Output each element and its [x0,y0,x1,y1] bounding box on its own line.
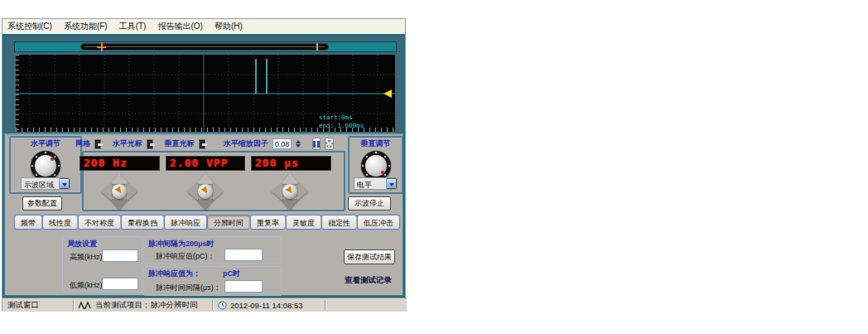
vertical-adjust-title: 垂直调节 [350,138,402,149]
pulse-response-group: 脉冲响应值为： pC时 脉冲时间间隔(μs)： [143,266,282,296]
vertical-adjust-knob[interactable] [361,151,391,181]
amplitude-display: 2.00 VPP [166,156,245,171]
test-item-tabs: 频带 线性度 不对称度 量程换挡 脉冲响应 分辨时间 重复率 灵敏度 稳定性 低… [14,215,393,231]
menu-help[interactable]: 帮助(H) [215,21,243,32]
h-zoom-label: 水平缩放因子 [224,138,268,149]
amplitude-arrow-pad[interactable] [187,173,224,210]
arrow-down-icon[interactable] [110,199,128,210]
pulse-response-value-label: 脉冲响应值(pC)： [156,251,215,262]
h-zoom-spinner[interactable] [296,138,301,149]
pad-center-button[interactable] [282,184,297,199]
menu-report-output[interactable]: 报告输出(O) [157,21,202,32]
pulse-time-interval-input[interactable] [224,280,263,293]
menu-system-function[interactable]: 系统功能(F) [64,21,108,32]
grid-toggle[interactable] [94,139,101,149]
interval-arrow-pad[interactable] [272,173,308,210]
pulse-response-title-suffix: pC时 [223,269,240,279]
arrow-right-icon[interactable] [127,182,137,201]
oscilloscope-display[interactable]: start:0ms end: 1.600ms [16,55,395,132]
pd-settings-group: 局放设置 高频(kHz) 低频(kHz) [62,236,142,292]
tab-stability[interactable]: 稳定性 [321,215,357,230]
status-window-label-cell: 测试窗口 [2,300,74,311]
horizontal-adjust-knob[interactable] [31,151,60,181]
arrow-left-icon[interactable] [272,182,282,201]
arrow-down-icon[interactable] [281,199,299,210]
settings-button[interactable] [325,138,334,150]
v-cursor-toggle-icon [202,143,207,146]
horizontal-adjust-panel: 水平调节 示波区域 [9,136,82,194]
pad-center-button[interactable] [198,184,213,199]
chevron-down-icon[interactable] [386,178,397,189]
tab-repetition-rate[interactable]: 重复率 [250,215,286,230]
tab-pulse-response[interactable]: 脉冲响应 [164,215,207,230]
tab-range-switching[interactable]: 量程换挡 [121,215,164,230]
h-cursor-toggle-icon [150,143,155,146]
pd-settings-title: 局放设置 [67,239,97,249]
pulse-response-value-input[interactable] [224,249,263,261]
slider-range-bar[interactable] [80,43,329,51]
status-bar: 测试窗口 当前测试项目：脉冲分辨时间 2012-09-11 14:08:53 [2,298,407,312]
param-config-button[interactable]: 参数配置 [22,196,62,211]
slider-end-tick [316,43,318,51]
low-freq-label: 低频(kHz) [70,280,103,291]
clock-icon [218,301,227,310]
pulse-response-title: 脉冲响应值为： [148,269,200,279]
arrow-right-icon[interactable] [297,182,308,201]
arrow-right-icon[interactable] [213,182,224,201]
v-cursor-label: 垂直光标 [165,138,195,149]
spinner-down-icon[interactable] [296,144,301,148]
menu-bar: 系统控制(C) 系统功能(F) 工具(T) 报告输出(O) 帮助(H) [2,19,405,34]
pad-center-button[interactable] [112,184,127,199]
horizontal-adjust-title: 水平调节 [11,138,80,149]
menu-tools[interactable]: 工具(T) [119,21,147,32]
low-freq-input[interactable] [102,278,138,290]
tab-resolution-time[interactable]: 分辨时间 [207,215,250,230]
knob-indicator-dot [381,171,384,174]
pause-button[interactable] [312,138,321,150]
scope-region-select[interactable]: 示波区域 [21,177,70,190]
scope-stop-button[interactable]: 示波停止 [348,196,391,211]
menu-system-control[interactable]: 系统控制(C) [7,21,52,32]
hand-pointer-icon [200,186,210,195]
status-filler [326,300,407,311]
pause-icon [317,141,320,148]
waveform-icon [79,301,92,309]
arrow-down-icon[interactable] [196,199,215,210]
arrow-up-icon[interactable] [281,173,299,184]
arrow-up-icon[interactable] [196,173,215,184]
h-zoom-value[interactable]: 0.08 [272,138,292,149]
level-select-value: 电平 [354,178,386,189]
scope-end-label: end: 1.600ms [319,122,364,129]
v-cursor-toggle[interactable] [199,139,205,149]
pulse-interval-group: 脉冲间隔为200μs时 脉冲响应值(pC)： [143,236,282,264]
hand-pointer-icon [285,186,294,195]
h-cursor-toggle[interactable] [147,139,153,149]
scope-area: start:0ms end: 1.600ms [4,36,403,135]
scope-region-select-value: 示波区域 [22,178,59,189]
arrow-up-icon[interactable] [110,173,128,184]
high-freq-label: 高频(kHz) [70,252,103,263]
arrow-left-icon[interactable] [101,182,112,201]
tab-low-voltage-impulse[interactable]: 低压冲击 [357,215,400,230]
status-current-test-cell: 当前测试项目：脉冲分辨时间 [74,300,213,311]
tab-sensitivity[interactable]: 灵敏度 [286,215,321,230]
tab-asymmetry[interactable]: 不对称度 [78,215,121,230]
waveform-plot: start:0ms end: 1.600ms [16,55,395,132]
high-freq-input[interactable] [102,249,138,262]
view-records-link[interactable]: 查看测试记录 [345,275,392,286]
horizontal-pan-slider[interactable] [14,41,397,52]
chevron-down-icon[interactable] [59,178,70,189]
grid-label: 网格 [75,138,90,149]
spinner-up-icon[interactable] [296,140,301,143]
tab-linearity[interactable]: 线性度 [42,215,78,230]
main-frame: start:0ms end: 1.600ms 水平调节 示波区域 [2,34,405,298]
tab-frequency-band[interactable]: 频带 [14,215,42,230]
vertical-adjust-panel: 垂直调节 电平 [348,136,403,194]
slider-bar-line [84,46,325,47]
save-results-button[interactable]: 保存测试结果 [344,249,395,264]
frequency-arrow-pad[interactable] [101,173,137,210]
arrow-left-icon[interactable] [187,182,198,201]
slider-cross-handle[interactable] [97,42,106,51]
status-current-test: 当前测试项目：脉冲分辨时间 [95,300,198,311]
level-select[interactable]: 电平 [354,177,398,190]
